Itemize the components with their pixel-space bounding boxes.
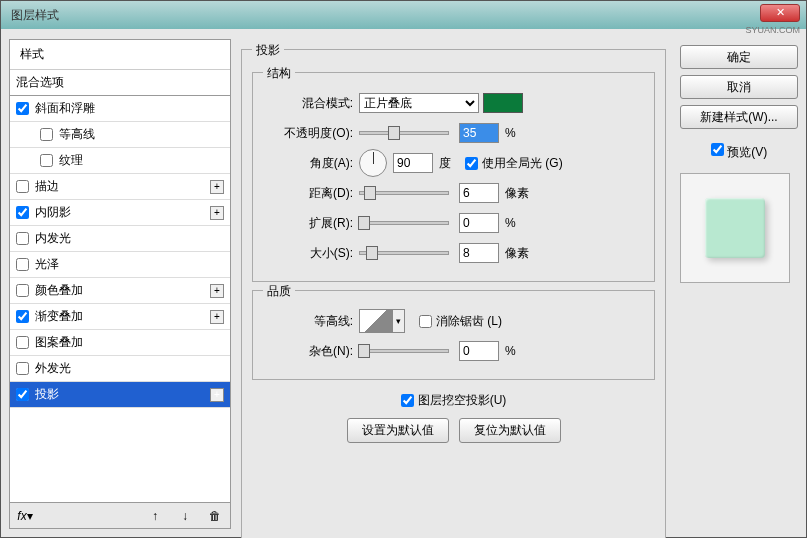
style-checkbox[interactable]	[16, 336, 29, 349]
blend-mode-select[interactable]: 正片叠底	[359, 93, 479, 113]
style-row[interactable]: 投影+	[10, 382, 230, 408]
knockout-label: 图层挖空投影(U)	[418, 392, 507, 409]
add-effect-button[interactable]: +	[210, 388, 224, 402]
styles-footer: fx▾ ↑ ↓ 🗑	[10, 502, 230, 528]
style-checkbox[interactable]	[16, 180, 29, 193]
ok-button[interactable]: 确定	[680, 45, 798, 69]
style-row[interactable]: 描边+	[10, 174, 230, 200]
reset-default-button[interactable]: 复位为默认值	[459, 418, 561, 443]
add-effect-button[interactable]: +	[210, 206, 224, 220]
shadow-color-swatch[interactable]	[483, 93, 523, 113]
noise-slider[interactable]	[359, 349, 449, 353]
right-button-panel: 确定 取消 新建样式(W)... 预览(V)	[680, 39, 798, 529]
style-label: 颜色叠加	[35, 282, 83, 299]
distance-input[interactable]	[459, 183, 499, 203]
watermark: SYUAN.COM	[745, 25, 800, 35]
add-effect-button[interactable]: +	[210, 310, 224, 324]
spread-slider[interactable]	[359, 221, 449, 225]
quality-group: 品质 等高线: ▾ 消除锯齿 (L) 杂色(N): %	[252, 290, 655, 380]
distance-unit: 像素	[505, 185, 529, 202]
preview-shape	[705, 198, 765, 258]
style-label: 投影	[35, 386, 59, 403]
layer-style-dialog: 图层样式 ✕ SYUAN.COM 样式 混合选项 斜面和浮雕等高线纹理描边+内阴…	[0, 0, 807, 538]
contour-label: 等高线:	[263, 313, 359, 330]
spread-unit: %	[505, 216, 516, 230]
angle-unit: 度	[439, 155, 451, 172]
style-label: 描边	[35, 178, 59, 195]
style-row[interactable]: 图案叠加	[10, 330, 230, 356]
titlebar[interactable]: 图层样式 ✕	[1, 1, 806, 29]
style-row[interactable]: 光泽	[10, 252, 230, 278]
fx-menu-icon[interactable]: fx▾	[16, 507, 34, 525]
preview-box	[680, 173, 790, 283]
contour-picker[interactable]	[359, 309, 393, 333]
style-label: 等高线	[59, 126, 95, 143]
style-checkbox[interactable]	[16, 388, 29, 401]
spread-input[interactable]	[459, 213, 499, 233]
style-checkbox[interactable]	[16, 206, 29, 219]
global-light-checkbox[interactable]	[465, 157, 478, 170]
drop-shadow-title: 投影	[252, 42, 284, 59]
style-label: 渐变叠加	[35, 308, 83, 325]
opacity-slider[interactable]	[359, 131, 449, 135]
style-checkbox[interactable]	[16, 284, 29, 297]
settings-panel: 投影 结构 混合模式: 正片叠底 不透明度(O): %	[239, 39, 672, 529]
size-slider[interactable]	[359, 251, 449, 255]
blending-options-label: 混合选项	[16, 74, 64, 91]
style-label: 斜面和浮雕	[35, 100, 95, 117]
make-default-button[interactable]: 设置为默认值	[347, 418, 449, 443]
style-label: 外发光	[35, 360, 71, 377]
style-row[interactable]: 颜色叠加+	[10, 278, 230, 304]
style-checkbox[interactable]	[40, 154, 53, 167]
style-row[interactable]: 内阴影+	[10, 200, 230, 226]
style-row[interactable]: 纹理	[10, 148, 230, 174]
antialias-checkbox[interactable]	[419, 315, 432, 328]
spread-label: 扩展(R):	[263, 215, 359, 232]
distance-label: 距离(D):	[263, 185, 359, 202]
size-input[interactable]	[459, 243, 499, 263]
style-row[interactable]: 内发光	[10, 226, 230, 252]
style-label: 内阴影	[35, 204, 71, 221]
size-label: 大小(S):	[263, 245, 359, 262]
style-label: 纹理	[59, 152, 83, 169]
trash-icon[interactable]: 🗑	[206, 507, 224, 525]
noise-unit: %	[505, 344, 516, 358]
opacity-label: 不透明度(O):	[263, 125, 359, 142]
style-checkbox[interactable]	[16, 362, 29, 375]
style-checkbox[interactable]	[16, 258, 29, 271]
style-row[interactable]: 渐变叠加+	[10, 304, 230, 330]
blending-options-row[interactable]: 混合选项	[10, 70, 230, 96]
style-row[interactable]: 斜面和浮雕	[10, 96, 230, 122]
style-label: 光泽	[35, 256, 59, 273]
quality-title: 品质	[263, 283, 295, 300]
style-row[interactable]: 外发光	[10, 356, 230, 382]
structure-title: 结构	[263, 65, 295, 82]
move-down-icon[interactable]: ↓	[176, 507, 194, 525]
new-style-button[interactable]: 新建样式(W)...	[680, 105, 798, 129]
opacity-input[interactable]	[459, 123, 499, 143]
contour-dropdown[interactable]: ▾	[393, 309, 405, 333]
style-checkbox[interactable]	[16, 232, 29, 245]
structure-group: 结构 混合模式: 正片叠底 不透明度(O): % 角度(A):	[252, 72, 655, 282]
style-checkbox[interactable]	[40, 128, 53, 141]
window-title: 图层样式	[5, 7, 59, 24]
preview-checkbox[interactable]	[711, 143, 724, 156]
angle-input[interactable]	[393, 153, 433, 173]
style-checkbox[interactable]	[16, 102, 29, 115]
style-checkbox[interactable]	[16, 310, 29, 323]
distance-slider[interactable]	[359, 191, 449, 195]
style-label: 图案叠加	[35, 334, 83, 351]
add-effect-button[interactable]: +	[210, 180, 224, 194]
close-button[interactable]: ✕	[760, 4, 800, 22]
antialias-label: 消除锯齿 (L)	[436, 313, 502, 330]
noise-input[interactable]	[459, 341, 499, 361]
styles-header[interactable]: 样式	[10, 40, 230, 70]
angle-dial[interactable]	[359, 149, 387, 177]
style-row[interactable]: 等高线	[10, 122, 230, 148]
move-up-icon[interactable]: ↑	[146, 507, 164, 525]
add-effect-button[interactable]: +	[210, 284, 224, 298]
knockout-checkbox[interactable]	[401, 394, 414, 407]
blend-mode-label: 混合模式:	[263, 95, 359, 112]
noise-label: 杂色(N):	[263, 343, 359, 360]
cancel-button[interactable]: 取消	[680, 75, 798, 99]
